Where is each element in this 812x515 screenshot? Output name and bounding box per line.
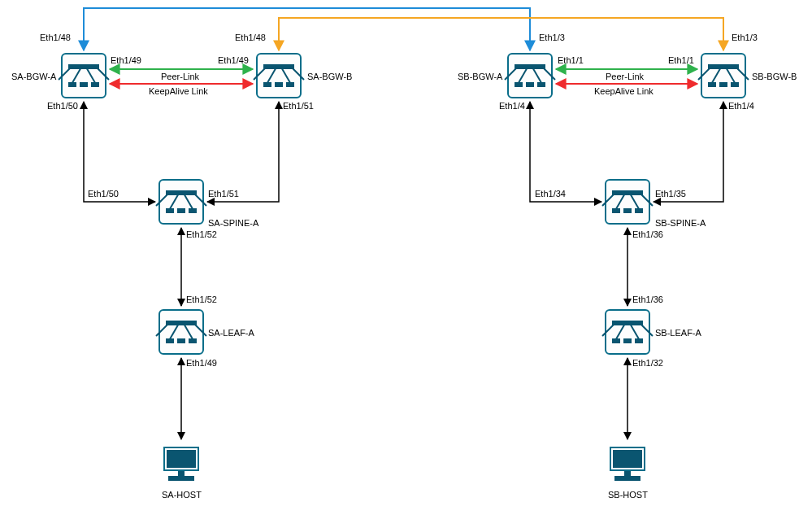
port-sb-spine-34: Eth1/34 bbox=[535, 189, 566, 199]
node-sb-bgw-a bbox=[507, 53, 553, 98]
port-sa-bgw-a-50: Eth1/50 bbox=[47, 101, 78, 111]
node-sb-host bbox=[605, 442, 650, 487]
link-layer bbox=[0, 0, 812, 515]
diagram-canvas: SA-BGW-A SA-BGW-B SB-BGW-A SB-BGW-B SA-S… bbox=[0, 0, 812, 515]
port-sb-bgw-a-1: Eth1/1 bbox=[558, 55, 584, 65]
label-sb-spine-a: SB-SPINE-A bbox=[655, 218, 706, 228]
switch-icon bbox=[701, 53, 746, 98]
port-sb-bgw-b-1: Eth1/1 bbox=[668, 55, 694, 65]
node-sb-leaf-a bbox=[605, 309, 650, 355]
label-sb-bgw-a: SB-BGW-A bbox=[458, 72, 502, 81]
port-sa-leaf-52: Eth1/52 bbox=[186, 295, 217, 304]
host-icon bbox=[605, 442, 650, 487]
link-dci-sa-bgw-a-to-sb-bgw-a bbox=[84, 8, 530, 50]
label-sa-spine-a: SA-SPINE-A bbox=[208, 218, 258, 228]
label-sb-leaf-a: SB-LEAF-A bbox=[655, 328, 701, 338]
switch-icon bbox=[605, 309, 650, 355]
label-peer-link-sa: Peer-Link bbox=[161, 72, 199, 81]
label-keepalive-sa: KeepAlive Link bbox=[149, 86, 208, 96]
port-sa-bgw-a-49: Eth1/49 bbox=[111, 55, 141, 65]
port-sa-bgw-b-49: Eth1/49 bbox=[218, 55, 249, 65]
port-sa-spine-52t: Eth1/52 bbox=[186, 229, 217, 239]
switch-icon bbox=[158, 309, 204, 355]
switch-icon bbox=[256, 53, 302, 98]
port-sa-spine-50: Eth1/50 bbox=[88, 189, 119, 199]
port-sa-spine-51: Eth1/51 bbox=[208, 189, 239, 199]
port-sb-spine-36t: Eth1/36 bbox=[632, 229, 663, 239]
port-sa-bgw-b-48: Eth1/48 bbox=[235, 33, 266, 42]
host-icon bbox=[158, 442, 204, 487]
switch-icon bbox=[61, 53, 106, 98]
link-sb-bgw-b-spine bbox=[654, 102, 723, 202]
node-sb-spine-a bbox=[605, 179, 650, 225]
label-keepalive-sb: KeepAlive Link bbox=[594, 86, 654, 96]
port-sb-bgw-a-3: Eth1/3 bbox=[539, 33, 565, 42]
label-sb-bgw-b: SB-BGW-B bbox=[752, 72, 797, 81]
node-sa-bgw-a bbox=[61, 53, 106, 98]
port-sb-spine-35: Eth1/35 bbox=[655, 189, 686, 199]
label-sa-bgw-a: SA-BGW-A bbox=[11, 72, 56, 81]
port-sa-bgw-a-48: Eth1/48 bbox=[40, 33, 71, 42]
label-peer-link-sb: Peer-Link bbox=[606, 72, 644, 81]
label-sa-host: SA-HOST bbox=[162, 490, 202, 500]
port-sb-bgw-a-4: Eth1/4 bbox=[499, 101, 525, 111]
port-sa-bgw-b-51: Eth1/51 bbox=[283, 101, 314, 111]
node-sa-leaf-a bbox=[158, 309, 204, 355]
node-sa-host bbox=[158, 442, 204, 487]
port-sb-leaf-36: Eth1/36 bbox=[632, 295, 663, 304]
switch-icon bbox=[507, 53, 553, 98]
label-sb-host: SB-HOST bbox=[608, 490, 648, 500]
port-sb-leaf-32: Eth1/32 bbox=[632, 358, 663, 368]
switch-icon bbox=[158, 179, 204, 225]
link-dci-sa-bgw-b-to-sb-bgw-b bbox=[279, 18, 723, 50]
port-sb-bgw-b-3: Eth1/3 bbox=[732, 33, 758, 42]
node-sa-bgw-b bbox=[256, 53, 302, 98]
switch-icon bbox=[605, 179, 650, 225]
link-sa-bgw-b-spine bbox=[207, 102, 279, 202]
label-sa-bgw-b: SA-BGW-B bbox=[307, 72, 352, 81]
link-sa-bgw-a-spine bbox=[84, 102, 155, 202]
port-sb-bgw-b-4: Eth1/4 bbox=[728, 101, 754, 111]
port-sa-leaf-49: Eth1/49 bbox=[186, 358, 217, 368]
link-sb-bgw-a-spine bbox=[530, 102, 601, 202]
node-sb-bgw-b bbox=[701, 53, 746, 98]
label-sa-leaf-a: SA-LEAF-A bbox=[208, 328, 254, 338]
node-sa-spine-a bbox=[158, 179, 204, 225]
